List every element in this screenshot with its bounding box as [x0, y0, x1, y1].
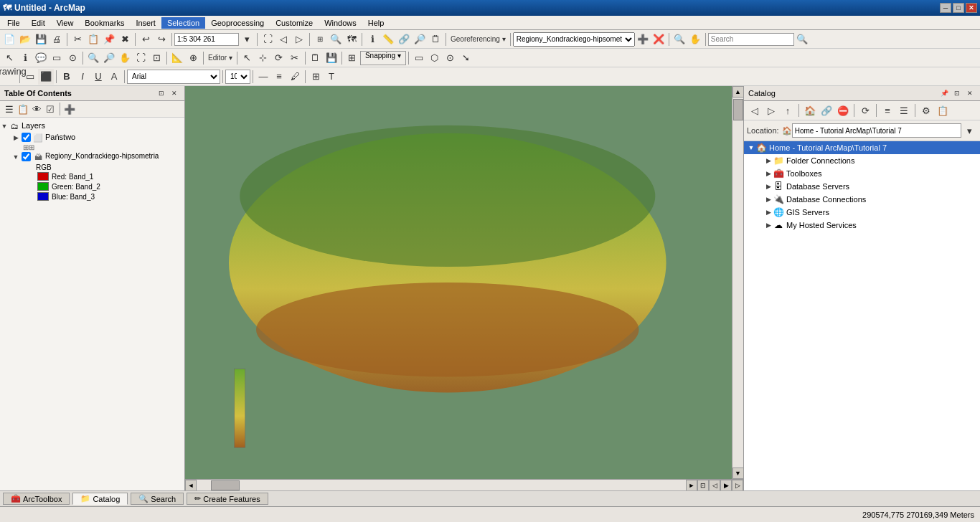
zoom-next[interactable]: ▷ — [291, 32, 307, 47]
font-underline[interactable]: U — [90, 69, 106, 85]
scroll-up-btn[interactable]: ▲ — [732, 86, 744, 98]
georef-del[interactable]: ❌ — [651, 32, 666, 47]
toc-close-btn[interactable]: ✕ — [169, 88, 180, 98]
html-popup-tool[interactable]: 💬 — [33, 50, 49, 66]
zoom-in-full[interactable]: ⛶ — [260, 32, 275, 47]
edit-tool[interactable]: ↖ — [240, 50, 255, 66]
footer-tab-create-features[interactable]: ✏ Create Features — [187, 493, 268, 505]
maximize-button[interactable]: □ — [953, 3, 964, 13]
catalog-close-btn[interactable]: ✕ — [964, 88, 976, 98]
draw-line-color[interactable]: — — [255, 69, 271, 85]
arrow-tool[interactable]: ↖ — [1, 50, 17, 66]
font-bold[interactable]: B — [59, 69, 75, 85]
reshape-tool[interactable]: ⟳ — [271, 50, 287, 66]
zoom-in-tool[interactable]: 🔍 — [85, 50, 101, 66]
horizontal-scrollbar[interactable]: ◄ ► ⊡ ◁ ▶ ▷ — [185, 479, 743, 490]
map-viewport[interactable] — [185, 86, 732, 479]
footer-tab-arctoolbox[interactable]: 🧰 ArcToolbox — [3, 493, 70, 505]
draw-line-width[interactable]: ≡ — [271, 69, 287, 85]
snapping-dropdown[interactable]: Snapping ▾ — [360, 51, 406, 65]
scroll-right-btn[interactable]: ► — [686, 480, 697, 491]
vertical-scrollbar[interactable]: ▲ ▼ — [732, 86, 743, 479]
identify-button[interactable]: ℹ — [364, 32, 380, 47]
minimize-button[interactable]: ─ — [940, 3, 951, 13]
select-tool[interactable]: ▭ — [49, 50, 65, 66]
scale-dropdown[interactable]: ▾ — [239, 32, 255, 47]
toc-selection-view[interactable]: ☑ — [44, 103, 57, 115]
toolboxes-expand-icon[interactable]: ▶ — [764, 169, 773, 179]
measure-button[interactable]: 📏 — [380, 32, 396, 47]
redo-button[interactable]: ↪ — [154, 32, 169, 47]
georef-pan[interactable]: ✋ — [687, 32, 703, 47]
layers-expand-icon[interactable]: ▼ — [0, 121, 9, 131]
catalog-pin-btn[interactable]: 📌 — [938, 88, 950, 98]
zoom-prev[interactable]: ◁ — [275, 32, 291, 47]
map-nav-1[interactable]: ⊡ — [697, 480, 709, 491]
catalog-disconnect[interactable]: ⛔ — [835, 103, 851, 118]
georef-zoom[interactable]: 🔍 — [672, 32, 687, 47]
new-button[interactable]: 📄 — [1, 32, 17, 47]
measure-tool[interactable]: 📐 — [169, 50, 185, 66]
full-extent-btn[interactable]: ⛶ — [133, 50, 149, 66]
georef-add[interactable]: ➕ — [635, 32, 651, 47]
save-button[interactable]: 💾 — [33, 32, 49, 47]
footer-tab-catalog[interactable]: 📁 Catalog — [72, 493, 128, 505]
open-button[interactable]: 📂 — [17, 32, 33, 47]
menu-insert[interactable]: Insert — [130, 17, 161, 29]
home-expand-icon[interactable]: ▼ — [747, 143, 755, 153]
highlight-btn[interactable]: 🖊 — [287, 69, 303, 85]
menu-file[interactable]: File — [1, 17, 26, 29]
hosted-services-expand-icon[interactable]: ▶ — [764, 220, 773, 230]
toc-layer-panstwo[interactable]: ▶ ⬜ Państwo — [0, 132, 184, 143]
map-nav-2[interactable]: ◁ — [709, 480, 720, 491]
hyperlink-button[interactable]: 🔗 — [396, 32, 412, 47]
toc-float-btn[interactable]: ⊡ — [156, 88, 167, 98]
map-nav-3[interactable]: ▷ — [732, 480, 743, 491]
pan-tool[interactable]: ✋ — [117, 50, 133, 66]
draw-color-fill[interactable]: ⬛ — [38, 69, 54, 85]
catalog-details[interactable]: ☰ — [896, 103, 912, 118]
save-edits-btn[interactable]: 💾 — [324, 50, 339, 66]
catalog-button[interactable]: ⊞ — [312, 32, 328, 47]
menu-help[interactable]: Help — [362, 17, 390, 29]
panstwo-expand-icon[interactable]: ▶ — [11, 133, 20, 143]
delete-button[interactable]: ✖ — [117, 32, 133, 47]
toc-group-layers[interactable]: ▼ 🗂 Layers — [0, 120, 184, 132]
catalog-item-gis-servers[interactable]: ▶ 🌐 GIS Servers — [744, 206, 980, 219]
catalog-item-toolboxes[interactable]: ▶ 🧰 Toolboxes — [744, 167, 980, 180]
draw-rect[interactable]: ▭ — [22, 69, 38, 85]
catalog-forward[interactable]: ▷ — [763, 103, 779, 118]
lasso-tool[interactable]: ⊙ — [65, 50, 80, 66]
toc-source-view[interactable]: 📋 — [17, 103, 29, 115]
search-go[interactable]: 🔍 — [794, 32, 810, 47]
catalog-item-hosted-services[interactable]: ▶ ☁ My Hosted Services — [744, 219, 980, 232]
catalog-item-db-connections[interactable]: ▶ 🔌 Database Connections — [744, 193, 980, 206]
menu-view[interactable]: View — [51, 17, 80, 29]
menu-geoprocessing[interactable]: Geoprocessing — [205, 17, 270, 29]
catalog-view-toggle[interactable]: ≡ — [880, 103, 895, 118]
zoom-selected[interactable]: ⊡ — [149, 50, 164, 66]
scale-input[interactable]: 1:5 304 261 — [174, 33, 239, 46]
select-lasso[interactable]: ⊙ — [443, 50, 458, 66]
scroll-left-btn[interactable]: ◄ — [185, 480, 197, 491]
font-italic[interactable]: I — [75, 69, 90, 85]
regiony-checkbox[interactable] — [22, 152, 31, 161]
close-button[interactable]: ✕ — [966, 3, 977, 13]
draw-more[interactable]: ⊞ — [308, 69, 324, 85]
drawing-dropdown[interactable]: Drawing ▾ — [1, 69, 17, 85]
title-bar-controls[interactable]: ─ □ ✕ — [940, 3, 977, 13]
scroll-h-thumb[interactable] — [211, 480, 240, 490]
search-field[interactable] — [708, 33, 794, 46]
catalog-float-btn[interactable]: ⊡ — [951, 88, 963, 98]
go-to-xy[interactable]: ⊕ — [185, 50, 201, 66]
db-connections-expand-icon[interactable]: ▶ — [764, 194, 773, 204]
select-poly[interactable]: ⬡ — [427, 50, 443, 66]
font-family-dropdown[interactable]: Arial — [127, 70, 220, 84]
menu-edit[interactable]: Edit — [26, 17, 51, 29]
toc-list-view[interactable]: ☰ — [3, 103, 16, 115]
select-rect[interactable]: ▭ — [411, 50, 427, 66]
location-dropdown-btn[interactable]: ▾ — [961, 123, 977, 138]
undo-button[interactable]: ↩ — [138, 32, 154, 47]
georef-layer-dropdown[interactable]: Regiony_Kondrackiego-hipsomet — [513, 32, 635, 47]
edit-vertices[interactable]: ⊹ — [255, 50, 271, 66]
